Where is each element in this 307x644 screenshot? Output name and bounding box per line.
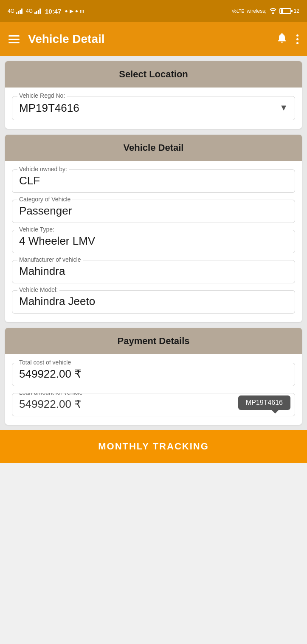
more-options-button[interactable]	[296, 34, 299, 44]
signal-bar-2	[34, 8, 41, 14]
payment-value-1: 549922.00 ₹	[19, 397, 82, 410]
battery-percent: 12	[294, 8, 299, 14]
field-label-4: Vehicle Model:	[17, 286, 59, 293]
field-value-3: Mahindra	[19, 264, 65, 277]
vehicle-reg-field: Vehicle Regd No: MP19T4616 ▼	[12, 96, 295, 120]
field-label-0: Vehicle owned by:	[17, 166, 69, 172]
payment-label-1: Loan amount for vehicle	[17, 393, 84, 396]
app-bar-left: Vehicle Detail	[8, 32, 105, 46]
dropdown-arrow-icon: ▼	[279, 103, 288, 113]
select-location-body: Vehicle Regd No: MP19T4616 ▼	[5, 88, 302, 129]
main-content: Select Location Vehicle Regd No: MP19T46…	[0, 56, 307, 430]
select-location-section: Select Location Vehicle Regd No: MP19T46…	[5, 61, 302, 129]
app-bar: Vehicle Detail	[0, 22, 307, 56]
clock: 10:47	[45, 8, 61, 15]
vehicle-reg-dropdown[interactable]: MP19T4616 ▼	[19, 101, 288, 115]
bottom-bar: MONTHLY TRACKING	[0, 430, 307, 463]
notifications-button[interactable]	[276, 32, 288, 47]
vehicle-field-3: Manufacturer of vehicle Mahindra	[12, 260, 295, 283]
network-type-2: 4G	[26, 8, 33, 14]
select-location-title: Select Location	[119, 69, 188, 79]
vehicle-detail-body: Vehicle owned by: CLF Category of Vehicl…	[5, 161, 302, 322]
payment-value-0: 549922.00 ₹	[19, 367, 82, 380]
vehicle-field-2: Vehicle Type: 4 Wheeler LMV	[12, 230, 295, 253]
tooltip-bubble: MP19T4616	[238, 395, 290, 410]
signal-bar-1	[16, 8, 23, 14]
app-bar-title: Vehicle Detail	[28, 32, 105, 46]
payment-details-title: Payment Details	[118, 336, 190, 346]
status-right: VoLTE wireless; 12	[232, 8, 299, 14]
payment-label-0: Total cost of vehicle	[17, 359, 73, 366]
vehicle-detail-section: Vehicle Detail Vehicle owned by: CLF Cat…	[5, 135, 302, 322]
app-bar-right	[276, 32, 299, 47]
vehicle-reg-value: MP19T4616	[19, 101, 79, 115]
hamburger-menu-button[interactable]	[8, 35, 20, 43]
vehicle-detail-title: Vehicle Detail	[124, 142, 184, 153]
payment-field-1: Loan amount for vehicle 549922.00 ₹ MP19…	[12, 393, 295, 416]
volte-icon: VoLTE	[232, 9, 244, 14]
cloud-icon: ●	[75, 8, 78, 14]
payment-details-body: Total cost of vehicle 549922.00 ₹ Loan a…	[5, 354, 302, 425]
mail-icon: m	[80, 8, 84, 14]
wifi-icon: wireless;	[247, 8, 267, 14]
field-value-1: Passenger	[19, 203, 72, 217]
battery-icon	[279, 8, 291, 14]
field-value-2: 4 Wheeler LMV	[19, 234, 95, 247]
field-value-0: CLF	[19, 173, 40, 187]
field-label-2: Vehicle Type:	[17, 226, 56, 233]
field-value-4: Mahindra Jeeto	[19, 294, 95, 308]
field-label-1: Category of Vehicle	[17, 196, 72, 203]
monthly-tracking-button[interactable]: MONTHLY TRACKING	[0, 430, 307, 463]
payment-details-section: Payment Details Total cost of vehicle 54…	[5, 328, 302, 425]
vehicle-reg-label: Vehicle Regd No:	[17, 92, 67, 99]
vehicle-field-1: Category of Vehicle Passenger	[12, 200, 295, 223]
vehicle-field-4: Vehicle Model: Mahindra Jeeto	[12, 290, 295, 314]
payment-field-0: Total cost of vehicle 549922.00 ₹	[12, 363, 295, 386]
network-type-1: 4G	[8, 8, 14, 14]
payment-details-header: Payment Details	[5, 328, 302, 354]
field-label-3: Manufacturer of vehicle	[17, 256, 83, 263]
vehicle-detail-header: Vehicle Detail	[5, 135, 302, 161]
vehicle-field-0: Vehicle owned by: CLF	[12, 169, 295, 193]
status-bar: 4G 4G 10:47 ● ▶ ● m VoLTE wireless;	[0, 0, 307, 22]
status-left: 4G 4G 10:47 ● ▶ ● m	[8, 8, 84, 15]
whatsapp-icon: ●	[65, 8, 68, 14]
youtube-icon: ▶	[70, 8, 73, 14]
select-location-header: Select Location	[5, 61, 302, 88]
wifi-icon	[269, 8, 277, 14]
